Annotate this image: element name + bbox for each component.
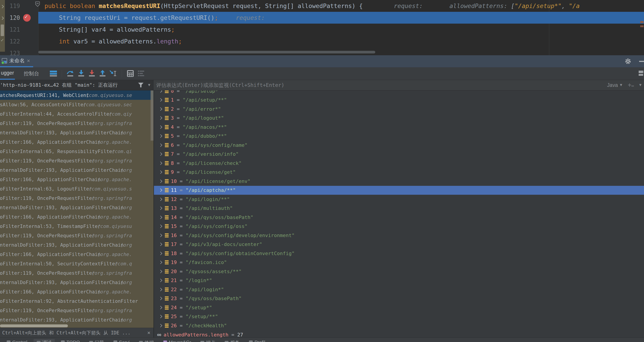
variable-row-6[interactable]: 6 = "/api/sys/config/name" — [154, 141, 644, 150]
chevron-right-icon[interactable] — [159, 152, 162, 156]
add-watch-icon[interactable]: +∞ — [628, 82, 634, 89]
chevron-right-icon[interactable] — [159, 243, 162, 246]
run-to-cursor-icon[interactable] — [110, 70, 117, 77]
stack-frame-row[interactable]: doFilterInternal:50, SecurityContextFilt… — [0, 259, 154, 268]
chevron-right-icon[interactable] — [159, 161, 162, 165]
strip-scroll-thumb[interactable] — [1, 25, 4, 36]
stack-frame-row[interactable]: lsAllow:56, AccessControlFilter (com.qiy… — [0, 100, 154, 109]
stack-frame-row[interactable]: matchesRequestURI:141, WebClient (com.qi… — [0, 90, 154, 100]
code-line-120[interactable]: 120✓String requestUri = request.getReque… — [0, 12, 644, 24]
gutter-line-119[interactable]: 119 — [0, 0, 38, 12]
gear-icon[interactable] — [624, 58, 632, 65]
chevron-right-icon[interactable] — [159, 288, 162, 291]
bottom-bar-item-调试[interactable]: 调试 — [34, 339, 55, 342]
chevron-right-icon[interactable] — [159, 116, 162, 120]
variable-row-18[interactable]: 18 = "/api/sys/config/obtainConvertConfi… — [154, 249, 644, 258]
chevron-right-icon[interactable] — [159, 270, 162, 273]
close-icon[interactable]: × — [147, 330, 150, 336]
chevron-right-icon[interactable] — [159, 261, 162, 264]
threads-view-icon[interactable] — [50, 70, 57, 77]
chevron-right-icon[interactable] — [159, 234, 162, 237]
step-into-icon[interactable] — [78, 70, 85, 77]
stack-frame-row[interactable]: doFilter:119, OncePerRequestFilter (org.… — [0, 118, 154, 128]
expand-caret-icon[interactable]: ▼ — [638, 83, 642, 87]
stack-frame-row[interactable]: doFilter:166, ApplicationFilterChain (or… — [0, 137, 154, 147]
frames-panel[interactable]: matchesRequestURI:141, WebClient (com.qi… — [0, 90, 154, 337]
step-over-icon[interactable] — [67, 70, 74, 77]
evaluate-expression-field[interactable]: 评估表达式(Enter)或添加监视(Ctrl+Shift+Enter) Java… — [154, 80, 644, 90]
watch-row[interactable]: ∞ allowedPatterns.length = 27 — [154, 330, 644, 338]
stack-frame-row[interactable]: doFilter:166, ApplicationFilterChain (or… — [0, 250, 154, 259]
chevron-right-icon[interactable] — [159, 189, 162, 192]
stack-frame-row[interactable]: internalDoFilter:193, ApplicationFilterC… — [0, 203, 154, 212]
breakpoint-icon[interactable]: ✓ — [23, 14, 31, 22]
bottom-bar-item-端点[interactable]: 端点 — [197, 339, 218, 342]
gutter-line-122[interactable]: 122 — [0, 35, 38, 47]
chevron-right-icon[interactable] — [159, 297, 162, 300]
variable-row-16[interactable]: 16 = "/api/sys/config/develop/environmen… — [154, 231, 644, 240]
evaluate-expression-icon[interactable] — [126, 70, 134, 77]
thread-selector[interactable]: 'http-nio-9181-ex…42 在组 "main": 正在运行 ▼ — [0, 80, 154, 90]
variable-row-26[interactable]: 26 = "/checkHealth" — [154, 321, 644, 330]
variable-row-20[interactable]: 20 = "/qysoss/assets/**" — [154, 267, 644, 276]
chevron-right-icon[interactable] — [159, 252, 162, 255]
variable-row-19[interactable]: 19 = "/favicon.ico" — [154, 258, 644, 267]
variable-row-1[interactable]: 1 = "/api/setup/**" — [154, 96, 644, 105]
stack-frame-row[interactable]: doFilterInternal:53, TimestampFilter (co… — [0, 222, 154, 231]
variable-row-9[interactable]: 9 = "/api/license/get" — [154, 168, 644, 177]
variable-row-11[interactable]: 11 = "/api/captcha/**" — [154, 186, 644, 195]
chevron-right-icon[interactable] — [159, 98, 162, 102]
stack-frame-row[interactable]: doFilterInternal:65, ResponsibilityFilte… — [0, 147, 154, 156]
error-stripe-mark[interactable] — [640, 25, 644, 27]
stack-frame-row[interactable]: doFilterInternal:44, AccessControlFilter… — [0, 109, 154, 118]
code-line-122[interactable]: 122int var5 = allowedPatterns.length; — [0, 35, 644, 47]
variable-row-2[interactable]: 2 = "/api/error*" — [154, 104, 644, 114]
stack-frame-row[interactable]: doFilter:166, ApplicationFilterChain (or… — [0, 212, 154, 222]
chevron-right-icon[interactable] — [159, 279, 162, 282]
bottom-bar-item-TODO[interactable]: TODO — [58, 339, 83, 342]
tab-console[interactable]: 控制台 — [23, 67, 40, 80]
stack-frame-row[interactable]: internalDoFilter:193, ApplicationFilterC… — [0, 278, 154, 287]
variable-row-3[interactable]: 3 = "/api/logout*" — [154, 114, 644, 123]
variable-row-23[interactable]: 23 = "/qys/oss/basePath" — [154, 294, 644, 303]
chevron-right-icon[interactable] — [159, 216, 162, 219]
stack-frame-row[interactable]: doFilter:119, OncePerRequestFilter (org.… — [0, 156, 154, 165]
gutter-line-120[interactable]: 120✓ — [0, 12, 38, 24]
variable-row-8[interactable]: 8 = "/api/license/check" — [154, 159, 644, 168]
chevron-right-icon[interactable] — [159, 179, 162, 183]
gutter-line-123[interactable]: 123 — [0, 47, 38, 55]
stack-frame-row[interactable]: doFilter:166, ApplicationFilterChain (or… — [0, 175, 154, 184]
variable-row-10[interactable]: 10 = "/api/license/get/env" — [154, 177, 644, 186]
gutter-line-121[interactable]: 121 — [0, 24, 38, 35]
fold-marker-icon[interactable] — [35, 1, 40, 7]
bottom-bar-item-终端[interactable]: 终端 — [136, 339, 157, 342]
chevron-right-icon[interactable] — [159, 107, 162, 111]
chevron-right-icon[interactable] — [159, 197, 162, 201]
variable-row-24[interactable]: 24 = "/setup*" — [154, 303, 644, 312]
frames-vertical-scrollbar[interactable] — [150, 90, 154, 141]
variable-row-4[interactable]: 4 = "/api/nacos/**" — [154, 122, 644, 132]
tab-unnamed[interactable]: 未命名 × — [0, 55, 33, 67]
editor-horizontal-scrollbar[interactable] — [38, 51, 375, 54]
variable-row-17[interactable]: 17 = "/api/v3/api-docs/ucenter" — [154, 240, 644, 249]
chevron-right-icon[interactable] — [159, 306, 162, 309]
bottom-bar-item-问题[interactable]: 问题 — [86, 339, 107, 342]
bottom-bar-item-Control[interactable]: Control — [4, 339, 30, 342]
error-stripe-mark[interactable] — [640, 21, 644, 23]
variable-row-21[interactable]: 21 = "/login*" — [154, 276, 644, 285]
stack-frame-row[interactable]: doFilter:119, OncePerRequestFilter (org.… — [0, 231, 154, 240]
code-line-121[interactable]: 121String[] var4 = allowedPatterns; — [0, 24, 644, 35]
filter-funnel-icon[interactable] — [138, 82, 144, 88]
bottom-bar-item-Maven&Gr[interactable]: MMaven&Gr — [160, 339, 194, 342]
code-line-119[interactable]: 119public boolean matchesRequestURI(Http… — [0, 0, 644, 12]
bottom-bar-item-服务[interactable]: 服务 — [222, 339, 243, 342]
chevron-right-icon[interactable] — [159, 207, 162, 210]
chevron-right-icon[interactable] — [159, 324, 162, 327]
variable-row-12[interactable]: 12 = "/api/login/**" — [154, 195, 644, 204]
variable-row-0[interactable]: 0 = "/api/setup*" — [154, 90, 644, 96]
code-editor[interactable]: 119public boolean matchesRequestURI(Http… — [0, 0, 644, 55]
step-out-icon[interactable] — [99, 70, 106, 77]
variable-row-15[interactable]: 15 = "/api/sys/config/oss" — [154, 222, 644, 231]
bottom-bar-item-Profil[interactable]: Profil — [246, 339, 268, 342]
chevron-right-icon[interactable] — [159, 90, 162, 93]
